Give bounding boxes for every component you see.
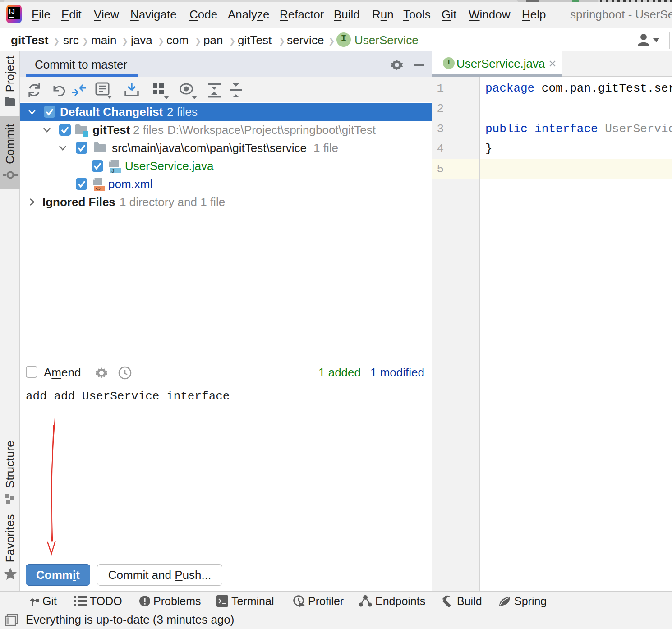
svg-text:<>: <> — [96, 186, 102, 192]
svg-text:J: J — [111, 168, 115, 174]
